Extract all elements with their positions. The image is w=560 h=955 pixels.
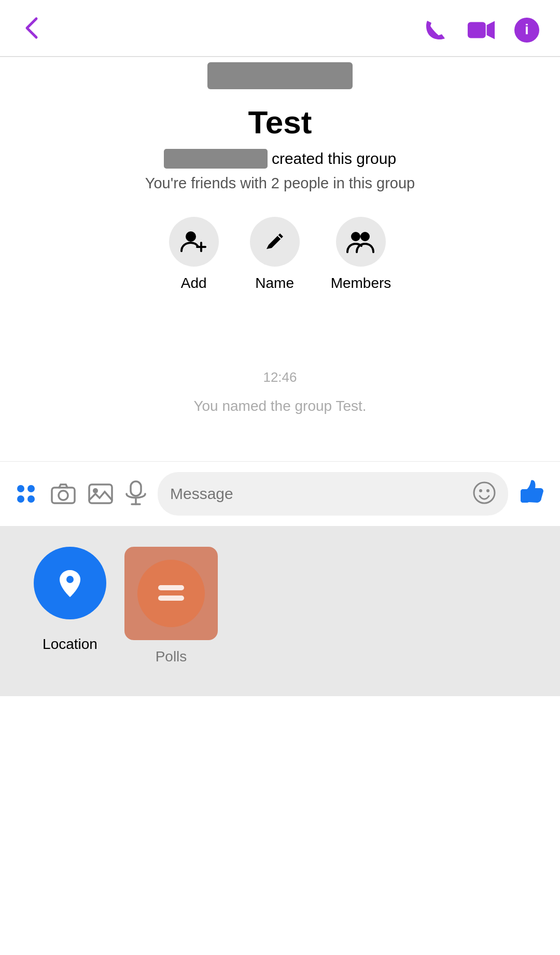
svg-rect-24 [521,490,527,502]
members-icon-circle [336,217,386,267]
add-button-label: Add [181,275,207,292]
gallery-button[interactable] [87,480,114,507]
message-timestamp: 12:46 [263,369,297,385]
camera-button[interactable] [50,480,77,507]
polls-panel-item[interactable]: Polls [119,547,223,665]
svg-point-25 [66,576,74,583]
group-created-text: created this group [272,150,396,168]
svg-marker-1 [487,21,495,39]
group-info-section: Test created this group You're friends w… [0,57,560,343]
svg-point-11 [27,485,35,492]
svg-point-10 [17,485,24,492]
svg-rect-0 [468,22,486,38]
add-person-button[interactable]: Add [169,217,219,292]
video-call-button[interactable] [467,16,496,45]
creator-name-bar [164,149,268,169]
svg-rect-16 [89,485,112,503]
message-input-bar [0,461,560,526]
bottom-panel: Location Polls [0,526,560,696]
location-panel-item[interactable]: Location [21,547,119,665]
back-button[interactable] [19,15,46,46]
svg-rect-18 [131,481,141,496]
info-button[interactable]: i [512,16,541,45]
phone-call-button[interactable] [421,16,450,45]
polls-label: Polls [156,648,187,665]
chat-area: 12:46 You named the group Test. [0,343,560,430]
system-message: You named the group Test. [193,398,366,414]
location-label: Location [43,636,97,653]
svg-point-22 [479,489,482,492]
svg-point-9 [360,232,370,241]
svg-point-4 [186,231,196,242]
action-buttons-row: Add Name Members [169,217,391,292]
more-options-button[interactable] [12,480,39,507]
group-name: Test [248,104,312,141]
emoji-picker-button[interactable] [473,481,496,506]
polls-icon-box [124,547,218,640]
add-icon-circle [169,217,219,267]
svg-point-8 [351,232,360,241]
like-button[interactable] [519,477,548,511]
polls-icon-inner [137,560,205,627]
members-button-label: Members [331,275,391,292]
group-created-row: created this group [164,149,396,169]
svg-point-15 [59,491,68,500]
svg-point-13 [27,495,35,503]
microphone-button[interactable] [124,480,147,507]
svg-point-17 [93,488,98,493]
svg-text:i: i [525,21,529,37]
message-input[interactable] [170,485,465,503]
svg-point-21 [474,482,495,503]
back-arrow-icon[interactable] [19,19,46,47]
group-avatar-bar [207,62,353,89]
group-friends-text: You're friends with 2 people in this gro… [145,175,415,192]
svg-rect-26 [158,585,184,590]
svg-point-12 [17,495,24,503]
name-icon-circle [250,217,300,267]
location-icon-circle [34,547,106,619]
header: i [0,0,560,56]
message-input-container [158,472,508,516]
name-group-button[interactable]: Name [250,217,300,292]
svg-rect-27 [158,596,184,601]
members-button[interactable]: Members [331,217,391,292]
name-button-label: Name [255,275,294,292]
svg-point-23 [486,489,489,492]
header-actions: i [421,16,541,45]
